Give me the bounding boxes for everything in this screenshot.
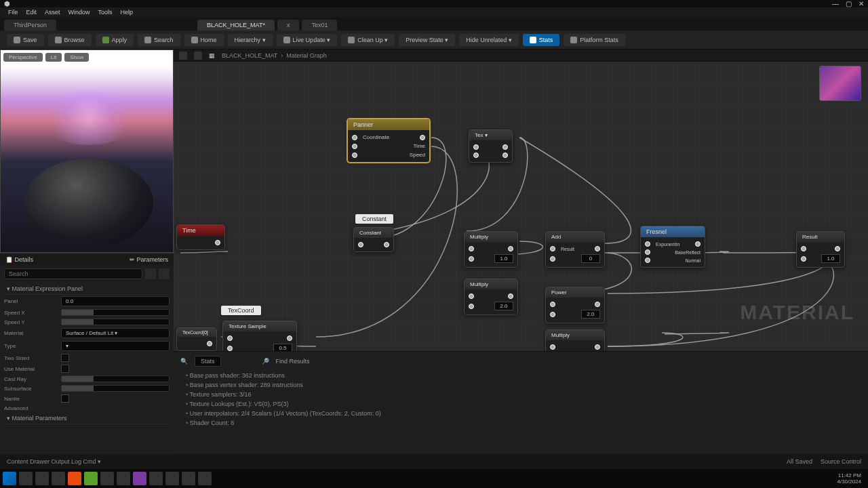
pin-in[interactable] — [352, 135, 357, 140]
prop-speedy-slider[interactable] — [61, 319, 170, 325]
node-graph-canvas[interactable]: MATERIAL — [174, 62, 868, 351]
apply-button[interactable]: Apply — [96, 34, 134, 46]
node-value[interactable]: 0.5 — [273, 344, 292, 351]
pin-out[interactable] — [835, 246, 840, 251]
pin-out[interactable] — [595, 302, 600, 307]
node-header[interactable]: Result — [797, 232, 844, 242]
node-multiply1[interactable]: Multiply 1.0 — [464, 231, 518, 268]
node-power[interactable]: Power 2.0 — [545, 287, 605, 323]
node-add1[interactable]: Add Result 0 — [545, 231, 605, 268]
preview-lit[interactable]: Lit — [45, 53, 62, 62]
section-material-parameters[interactable]: ▾ Material Parameters — [4, 413, 170, 424]
details-panel[interactable]: ▾ Material Expression Panel Panel0.0 Spe… — [0, 282, 174, 460]
prop-nanite-checkbox[interactable] — [61, 394, 69, 403]
pin-in[interactable] — [550, 344, 555, 350]
node-output[interactable]: Result 1.0 — [796, 231, 845, 268]
node-value[interactable]: 1.0 — [821, 254, 840, 263]
node-header[interactable]: Multiply — [465, 279, 517, 289]
node-multiply3[interactable]: Multiply 0.5 — [545, 329, 605, 351]
pin-in[interactable] — [645, 258, 650, 263]
tab-details[interactable]: 📋 Details — [5, 256, 33, 263]
details-settings-icon[interactable] — [159, 268, 170, 279]
taskbar-clock[interactable]: 11:42 PM 4/30/2024 — [837, 472, 865, 485]
pin-in[interactable] — [550, 246, 555, 251]
section-material-expression[interactable]: ▾ Material Expression Panel — [4, 283, 170, 295]
pin-in[interactable] — [227, 336, 233, 341]
graph-preview-thumb[interactable] — [819, 66, 861, 101]
search-button[interactable]: Search — [138, 34, 180, 46]
pin-out[interactable] — [287, 336, 292, 341]
taskbar-app-icon[interactable] — [149, 472, 163, 485]
prop-panel-value[interactable]: 0.0 — [61, 296, 170, 306]
pin-in[interactable] — [550, 256, 555, 262]
nav-back-icon[interactable] — [179, 52, 187, 60]
pin-out[interactable] — [384, 242, 389, 247]
pin-out[interactable] — [595, 344, 600, 350]
node-texcoord[interactable]: TexCoord[0] — [176, 327, 217, 351]
maximize-icon[interactable]: ▢ — [846, 0, 852, 7]
menu-help[interactable]: Help — [118, 9, 136, 16]
prop-subsurface-slider[interactable] — [61, 385, 170, 392]
pin-out[interactable] — [215, 240, 220, 245]
tab-texture[interactable]: Tex01 — [302, 20, 337, 30]
pin-in[interactable] — [801, 256, 806, 262]
nav-forward-icon[interactable] — [194, 52, 202, 60]
node-header[interactable]: Panner — [348, 119, 429, 130]
prop-twosided-checkbox[interactable] — [61, 354, 69, 362]
preview-show[interactable]: Show — [64, 53, 89, 62]
pin-out[interactable] — [502, 144, 508, 150]
pin-in[interactable] — [645, 241, 650, 247]
node-texsample1[interactable]: Tex ▾ — [469, 129, 513, 163]
hierarchy-dropdown[interactable]: Hierarchy ▾ — [228, 34, 273, 46]
menu-tools[interactable]: Tools — [96, 9, 115, 16]
taskbar-app-icon[interactable] — [84, 472, 98, 485]
pin-in[interactable] — [469, 304, 474, 309]
taskbar-taskview-icon[interactable] — [35, 472, 49, 485]
node-panner[interactable]: Panner Coordinate Time Speed — [347, 119, 430, 163]
pin-out[interactable] — [420, 135, 425, 140]
pin-in[interactable] — [469, 293, 474, 299]
node-value[interactable]: 2.0 — [581, 310, 600, 319]
node-time[interactable]: Time — [176, 224, 225, 250]
previewstate-dropdown[interactable]: Preview State ▾ — [399, 34, 455, 46]
taskbar-app-icon[interactable] — [182, 472, 195, 485]
taskbar-app-icon[interactable] — [198, 472, 212, 485]
prop-material-dropdown[interactable]: Surface / Default Lit ▾ — [61, 328, 170, 338]
pin-out[interactable] — [502, 152, 508, 158]
node-multiply2[interactable]: Multiply 2.0 — [464, 279, 518, 315]
taskbar-app-icon[interactable] — [68, 472, 81, 485]
source-control-button[interactable]: Source Control — [821, 458, 861, 465]
prop-usematerial-checkbox[interactable] — [61, 365, 69, 373]
node-header[interactable]: Multiply — [546, 330, 604, 340]
taskbar-search-icon[interactable] — [19, 472, 33, 485]
pin-in[interactable] — [473, 144, 479, 150]
node-header[interactable]: TexCoord[0] — [177, 328, 216, 337]
minimize-icon[interactable]: — — [832, 0, 839, 7]
prop-speedx-slider[interactable] — [61, 309, 170, 316]
taskbar-app-icon[interactable] — [52, 472, 65, 485]
pin-in[interactable] — [469, 246, 474, 251]
pin-in[interactable] — [801, 246, 806, 251]
node-constant[interactable]: Constant — [353, 227, 394, 252]
pin-in[interactable] — [550, 302, 555, 307]
breadcrumb[interactable]: BLACK_HOLE_MAT › Material Graph — [222, 52, 327, 59]
pin-in[interactable] — [352, 152, 357, 158]
taskbar-app-icon[interactable] — [133, 472, 146, 485]
tab-material[interactable]: BLACK_HOLE_MAT* — [197, 20, 275, 30]
pin-in[interactable] — [645, 249, 650, 255]
pin-in[interactable] — [352, 144, 357, 149]
pin-in[interactable] — [550, 312, 555, 317]
hideunrelated-dropdown[interactable]: Hide Unrelated ▾ — [459, 34, 519, 46]
node-header[interactable]: Add — [546, 232, 604, 242]
menu-asset[interactable]: Asset — [42, 9, 63, 16]
pin-in[interactable] — [469, 256, 474, 262]
platformstats-button[interactable]: Platform Stats — [564, 34, 625, 46]
node-value[interactable]: 1.0 — [494, 254, 513, 263]
pin-out[interactable] — [508, 293, 513, 299]
taskbar-app-icon[interactable] — [100, 472, 114, 485]
browse-button[interactable]: Browse — [48, 34, 92, 46]
details-search-input[interactable] — [4, 268, 142, 279]
save-button[interactable]: Save — [7, 34, 44, 46]
details-filter-icon[interactable] — [145, 268, 156, 279]
tab-thirdperson[interactable]: ThirdPerson — [4, 20, 56, 30]
